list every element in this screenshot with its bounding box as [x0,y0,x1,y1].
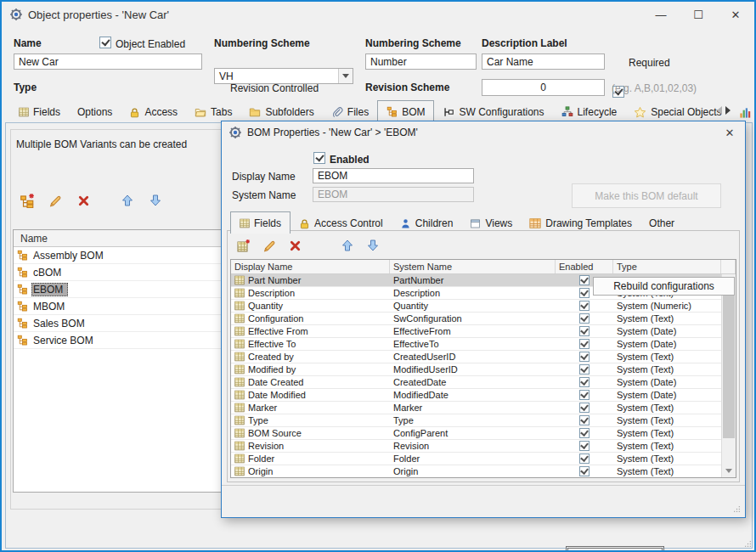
enabled-checkbox[interactable] [579,301,590,311]
table-row-created-by[interactable]: Created byCreatedUserIDSystem (Text) [231,351,736,363]
column-header-system-name[interactable]: System Name [390,260,556,273]
enabled-checkbox[interactable] [579,466,590,476]
add-bom-button[interactable] [19,192,36,209]
tab-lifecycle[interactable]: Lifecycle [553,102,626,122]
numbering-scheme2-input[interactable]: Number [365,54,477,70]
table-row-configuration[interactable]: ConfigurationSwConfigurationSystem (Text… [231,313,736,325]
object-properties-window: Object properties - 'New Car' — ☐ ✕ Name… [0,0,756,552]
minimize-button[interactable]: — [642,2,680,27]
enabled-checkbox[interactable] [579,428,590,438]
enabled-checkbox[interactable] [579,390,590,400]
tab-scroll-left-icon[interactable] [717,106,722,115]
cell-system-name: ModifiedDate [390,389,556,401]
maximize-button[interactable]: ☐ [680,2,717,27]
table-row-folder[interactable]: FolderFolderSystem (Text) [231,453,736,465]
cell-system-name: Description [390,287,556,299]
name-input[interactable]: New Car [14,54,202,70]
field-grid-icon [234,441,245,451]
tab-special-objects[interactable]: Special Objects [625,102,730,122]
enabled-checkbox[interactable] [579,326,590,336]
table-row-type[interactable]: TypeTypeSystem (Text) [231,414,736,427]
field-up-button[interactable] [339,237,356,254]
enabled-checkbox[interactable] [579,288,590,298]
enabled-checkbox[interactable] [313,152,325,164]
chevron-down-icon[interactable] [338,69,353,83]
delete-bom-button[interactable] [75,192,92,209]
table-row-effective-to[interactable]: Effective ToEffectiveToSystem (Date) [231,338,736,351]
cell-display-name: Revision [248,441,284,451]
tab-fields[interactable]: Fields [10,102,69,122]
resize-grip-icon[interactable] [733,505,741,513]
enabled-checkbox[interactable] [579,275,590,285]
bom-tree-icon [17,318,28,329]
table-scrollbar[interactable] [721,274,736,477]
resize-grip-icon[interactable] [744,540,752,548]
field-down-button[interactable] [364,237,381,254]
revision-scheme-input[interactable]: 0 [482,79,605,96]
tab-files[interactable]: Files [323,102,377,122]
move-up-button[interactable] [119,192,136,209]
table-row-date-created[interactable]: Date CreatedCreatedDateSystem (Date) [231,376,736,389]
add-field-button[interactable] [235,237,252,254]
enabled-checkbox[interactable] [579,415,590,425]
column-header-enabled[interactable]: Enabled [556,260,613,273]
delete-field-button[interactable] [286,237,303,254]
folder-icon [249,106,261,118]
tab-subfolders[interactable]: Subfolders [240,102,322,122]
tab-label: Special Objects [651,106,721,118]
enabled-checkbox[interactable] [579,352,590,362]
tab-bom[interactable]: BOM [377,100,434,122]
enabled-checkbox[interactable] [579,339,590,349]
bom-variants-hint: Multiple BOM Variants can be created [16,138,187,150]
cell-type: System (Text) [613,313,721,324]
enabled-checkbox[interactable] [579,377,590,387]
revision-scheme-label: Revision Scheme [365,82,449,93]
column-header-type[interactable]: Type [613,260,721,273]
edit-field-button[interactable] [261,237,278,254]
cell-display-name: Description [248,288,295,298]
close-button[interactable]: ✕ [717,2,754,27]
app-gear-icon [228,126,242,139]
enabled-checkbox[interactable] [579,403,590,413]
dialog-tab-fields[interactable]: Fields [230,211,291,234]
tab-access[interactable]: Access [121,102,186,122]
enabled-label: Enabled [330,154,370,166]
tab-tabs[interactable]: Tabs [186,102,240,122]
tab-sw-configurations[interactable]: SW Configurations [434,102,552,122]
edit-bom-button[interactable] [47,192,64,209]
enabled-checkbox[interactable] [579,453,590,464]
display-name-input[interactable]: EBOM [313,168,474,183]
column-header-display-name[interactable]: Display Name [231,260,390,273]
table-row-date-modified[interactable]: Date ModifiedModifiedDateSystem (Date) [231,389,736,402]
field-grid-icon [234,352,245,362]
move-down-button[interactable] [147,192,164,209]
table-row-bom-source[interactable]: BOM SourceConfigParentSystem (Text) [231,427,736,440]
column-header-filler[interactable] [721,260,736,273]
rebuild-configurations-button[interactable]: Rebuild configurations [593,277,735,296]
person-icon [400,218,411,229]
table-row-revision[interactable]: RevisionRevisionSystem (Text) [231,440,736,453]
enabled-checkbox[interactable] [579,441,590,451]
enabled-checkbox[interactable] [579,313,590,324]
tab-options[interactable]: Options [69,102,121,122]
scrollbar-thumb[interactable] [723,287,735,438]
scroll-down-icon[interactable] [722,465,736,477]
table-row-modified-by[interactable]: Modified byModifiedUserIDSystem (Text) [231,363,736,376]
description-label-input[interactable]: Car Name [482,54,605,70]
object-enabled-checkbox[interactable] [99,37,111,48]
table-row-quantity[interactable]: QuantityQuantitySystem (Numeric) [231,300,736,313]
table-row-origin[interactable]: OriginOriginSystem (Text) [231,465,736,478]
dialog-close-icon[interactable]: ✕ [721,125,738,140]
chart-bars-icon [739,106,752,119]
dialog-save-button[interactable]: Save [567,548,663,552]
fields-toolbar [235,237,303,254]
table-row-marker[interactable]: MarkerMarkerSystem (Text) [231,402,736,414]
table-row-effective-from[interactable]: Effective FromEffectiveFromSystem (Date) [231,325,736,338]
cell-system-name: Origin [390,465,556,477]
numbering-scheme-label: Numbering Scheme [214,37,310,49]
tab-scroll-right-icon[interactable] [725,106,731,115]
tab-chart[interactable] [731,102,756,122]
enabled-checkbox[interactable] [579,364,590,375]
numbering-scheme2-label: Numbering Scheme [365,37,461,49]
cell-type: System (Text) [613,414,721,426]
